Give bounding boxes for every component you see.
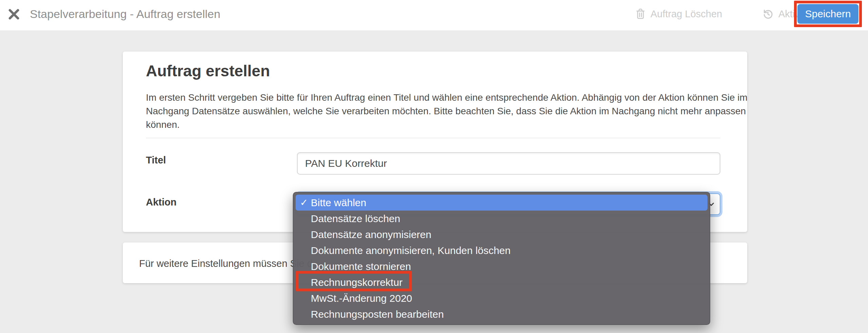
- description-line: können.: [146, 118, 747, 132]
- dropdown-option-datensaetze-anonymisieren[interactable]: Datensätze anonymisieren: [293, 227, 710, 242]
- dropdown-option-label: Datensätze löschen: [311, 213, 400, 224]
- dropdown-option-mwst-aenderung[interactable]: MwSt.-Änderung 2020: [293, 290, 710, 306]
- dropdown-option-rechnungsposten-bearbeiten[interactable]: Rechnungsposten bearbeiten: [293, 306, 710, 322]
- dropdown-option-label: Dokumente stornieren: [311, 261, 411, 272]
- dropdown-option-bitte-waehlen[interactable]: ✓ Bitte wählen: [296, 195, 707, 211]
- further-settings-text: Für weitere Einstellungen müssen Sie d: [139, 258, 313, 269]
- close-button[interactable]: [7, 7, 21, 21]
- annotation-box-save: Speichern: [794, 1, 862, 27]
- description-line: Nachgang Datensätze auswählen, welche Si…: [146, 104, 747, 118]
- title-field-label: Titel: [146, 155, 166, 166]
- title-input[interactable]: [297, 152, 720, 175]
- top-bar: Stapelverarbeitung - Auftrag erstellen A…: [0, 0, 868, 31]
- page-title: Stapelverarbeitung - Auftrag erstellen: [30, 7, 220, 21]
- description-line: Im ersten Schritt vergeben Sie bitte für…: [146, 91, 747, 104]
- action-dropdown-menu: ✓ Bitte wählen Datensätze löschen Datens…: [293, 192, 710, 325]
- delete-order-button[interactable]: Auftrag Löschen: [635, 0, 722, 28]
- card-heading: Auftrag erstellen: [146, 62, 270, 80]
- batch-processing-dialog: Stapelverarbeitung - Auftrag erstellen A…: [0, 0, 868, 333]
- checkmark-icon: ✓: [300, 195, 308, 211]
- dropdown-option-rechnungskorrektur[interactable]: Rechnungskorrektur: [293, 274, 710, 290]
- dropdown-option-label: MwSt.-Änderung 2020: [311, 293, 412, 304]
- section-divider: [146, 138, 720, 138]
- dropdown-option-dokumente-stornieren[interactable]: Dokumente stornieren: [293, 258, 710, 274]
- dropdown-option-label: Datensätze anonymisieren: [311, 229, 431, 240]
- dropdown-option-datensaetze-loeschen[interactable]: Datensätze löschen: [293, 211, 710, 227]
- close-icon: [7, 8, 21, 21]
- card-description: Im ersten Schritt vergeben Sie bitte für…: [146, 91, 747, 132]
- dropdown-option-label: Rechnungsposten bearbeiten: [311, 309, 444, 320]
- dropdown-option-label: Dokumente anonymisieren, Kunden löschen: [311, 245, 511, 256]
- save-button[interactable]: Speichern: [797, 4, 858, 24]
- trash-icon: [635, 8, 646, 20]
- dropdown-option-label: Bitte wählen: [311, 197, 366, 208]
- dropdown-option-label: Rechnungskorrektur: [311, 277, 402, 288]
- delete-order-label: Auftrag Löschen: [650, 8, 722, 20]
- action-field-label: Aktion: [146, 197, 176, 208]
- dropdown-option-dokumente-anonymisieren[interactable]: Dokumente anonymisieren, Kunden löschen: [293, 242, 710, 258]
- history-icon: [762, 8, 774, 20]
